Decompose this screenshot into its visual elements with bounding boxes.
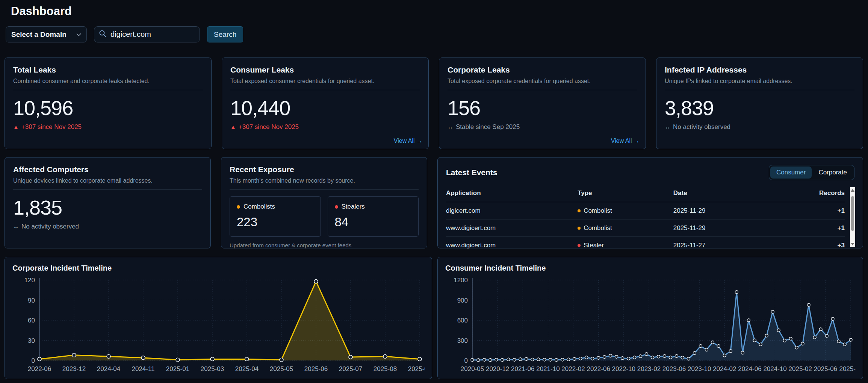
card-title: Latest Events <box>446 168 498 177</box>
cell-application: www.digicert.com <box>446 220 578 237</box>
svg-text:1200: 1200 <box>454 277 468 284</box>
stat-change: ▲+307 since Nov 2025 <box>230 123 420 131</box>
cell-type: Combolist <box>578 220 673 237</box>
svg-text:2024-11: 2024-11 <box>132 365 154 372</box>
svg-text:2024-04: 2024-04 <box>97 365 120 372</box>
change-text: Stable since Sep 2025 <box>456 123 520 130</box>
svg-text:2025-11: 2025-11 <box>839 365 856 372</box>
svg-text:900: 900 <box>457 297 468 304</box>
trend-up-icon: ▲ <box>13 124 19 130</box>
stat-value: 3,839 <box>665 96 854 120</box>
svg-text:2020-05: 2020-05 <box>461 365 484 372</box>
card-affected-computers: Affected Computers Unique devices linked… <box>5 157 211 248</box>
svg-text:2024-02: 2024-02 <box>713 365 736 372</box>
svg-text:2021-10: 2021-10 <box>536 365 560 372</box>
change-text: No activity observed <box>21 223 79 230</box>
cell-type: Combolist <box>578 202 673 220</box>
corporate-incident-chart: 03060901202022-062023-122024-042024-1120… <box>12 276 425 376</box>
table-scrollbar[interactable] <box>850 187 855 247</box>
tab-consumer[interactable]: Consumer <box>770 167 812 179</box>
view-all-link[interactable]: View All → <box>611 138 640 144</box>
exposure-label: Combolists <box>237 203 314 210</box>
svg-text:2022-10: 2022-10 <box>612 365 635 372</box>
card-total-leaks: Total Leaks Combined consumer and corpor… <box>5 58 212 149</box>
exposure-value: 223 <box>237 215 314 229</box>
page-title: Dashboard <box>11 5 863 18</box>
cell-date: 2025-11-29 <box>673 202 785 220</box>
svg-text:2025-02: 2025-02 <box>789 365 812 372</box>
svg-text:2022-06: 2022-06 <box>28 365 51 372</box>
stable-arrows-icon: ↔ <box>13 223 19 230</box>
svg-text:30: 30 <box>28 337 35 344</box>
svg-text:2024-10: 2024-10 <box>763 365 786 372</box>
col-application: Application <box>446 185 578 202</box>
search-input[interactable] <box>110 30 195 39</box>
divider <box>230 189 419 190</box>
search-field-wrap <box>94 26 200 42</box>
change-text: +307 since Nov 2025 <box>21 123 82 130</box>
table-row: www.digicert.com Stealer 2025-11-27 +3 <box>446 237 845 254</box>
svg-text:2025-01: 2025-01 <box>166 365 189 372</box>
cell-records: +3 <box>785 237 845 254</box>
stat-change: ↔No activity observed <box>13 223 202 230</box>
card-infected-ips: Infected IP Addresses Unique IPs linked … <box>656 58 863 149</box>
svg-text:90: 90 <box>28 297 35 304</box>
scroll-up-icon[interactable] <box>851 189 854 192</box>
card-title: Corporate Leaks <box>448 65 637 74</box>
svg-text:2025-05: 2025-05 <box>270 365 293 372</box>
card-latest-events: Latest Events Consumer Corporate Applica… <box>437 157 863 248</box>
card-subtitle: Unique IPs linked to corporate email add… <box>665 78 854 85</box>
tab-corporate[interactable]: Corporate <box>812 167 853 179</box>
card-corporate-timeline: Corporate Incident Timeline 030609012020… <box>5 257 432 379</box>
consumer-incident-chart: 030060090012002020-052020-122021-062021-… <box>445 276 856 376</box>
card-consumer-leaks: Consumer Leaks Total exposed consumer cr… <box>222 58 429 149</box>
cell-date: 2025-11-27 <box>673 237 785 254</box>
svg-text:2025-03: 2025-03 <box>201 365 224 372</box>
svg-text:2025-09: 2025-09 <box>408 365 425 372</box>
svg-text:2025-06: 2025-06 <box>814 365 837 372</box>
change-text: +307 since Nov 2025 <box>239 123 299 130</box>
exposure-label-text: Combolists <box>243 203 275 210</box>
stat-value: 10,596 <box>13 96 203 120</box>
svg-text:2020-12: 2020-12 <box>486 365 509 372</box>
stat-change: ↔Stable since Sep 2025 <box>448 123 637 131</box>
change-text: No activity observed <box>673 123 730 130</box>
stealer-dot-icon <box>335 205 338 209</box>
svg-text:2021-06: 2021-06 <box>511 365 534 372</box>
divider <box>13 189 202 190</box>
divider <box>448 90 637 90</box>
svg-text:2022-06: 2022-06 <box>587 365 610 372</box>
search-button[interactable]: Search <box>207 26 243 42</box>
col-type: Type <box>578 185 673 202</box>
dashboard-page: Dashboard Select a Domain Search Total L… <box>0 0 868 383</box>
exposure-box-stealers: Stealers 84 <box>328 196 419 237</box>
stealer-dot-icon <box>578 244 581 247</box>
table-row: digicert.com Combolist 2025-11-29 +1 <box>446 202 845 220</box>
search-icon <box>99 30 107 39</box>
stat-change: ▲+307 since Nov 2025 <box>13 123 203 131</box>
domain-select[interactable]: Select a Domain <box>6 26 87 42</box>
events-header: Latest Events Consumer Corporate <box>446 165 854 180</box>
combolist-dot-icon <box>578 209 581 212</box>
card-subtitle: Unique devices linked to corporate email… <box>13 177 202 184</box>
scroll-down-icon[interactable] <box>851 243 854 245</box>
cell-application: digicert.com <box>446 202 578 220</box>
chart-title: Corporate Incident Timeline <box>12 264 425 272</box>
events-table: Application Type Date Records digicert.c… <box>446 185 845 254</box>
charts-row: Corporate Incident Timeline 030609012020… <box>5 257 863 379</box>
svg-text:2023-06: 2023-06 <box>662 365 686 372</box>
scrollbar-thumb[interactable] <box>851 196 854 231</box>
exposure-label-text: Stealers <box>342 203 365 210</box>
card-recent-exposure: Recent Exposure This month's combined ne… <box>221 157 427 248</box>
cell-records: +1 <box>785 220 845 237</box>
card-subtitle: Total exposed consumer credentials for q… <box>230 78 420 85</box>
svg-text:300: 300 <box>457 337 468 344</box>
divider <box>230 90 420 90</box>
view-all-link[interactable]: View All → <box>394 138 422 144</box>
card-consumer-timeline: Consumer Incident Timeline 0300600900120… <box>437 257 863 379</box>
stable-arrows-icon: ↔ <box>448 124 453 130</box>
svg-text:120: 120 <box>24 277 35 284</box>
exposure-boxes: Combolists 223 Stealers 84 <box>230 196 419 237</box>
svg-text:600: 600 <box>457 317 468 324</box>
table-row: www.digicert.com Combolist 2025-11-29 +1 <box>446 220 845 237</box>
